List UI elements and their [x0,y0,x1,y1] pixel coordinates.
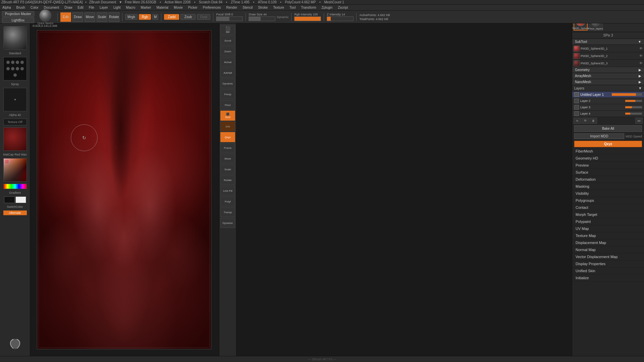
polyf-btn[interactable]: Polyf [220,196,235,206]
spray-brush-preview[interactable] [3,57,27,80]
layer-2-slider[interactable] [625,100,642,102]
displacement-map-item[interactable]: Displacement Map [572,239,644,246]
draw-size-slider[interactable] [249,16,275,21]
layer-delete-btn[interactable]: 🗑 [590,118,597,124]
rgb-button[interactable]: Rgb [139,14,151,20]
mrgb-button[interactable]: Mrgb [125,14,138,20]
menu-light[interactable]: Light [112,5,122,10]
normal-map-item[interactable]: Normal Map [572,246,644,253]
bake-all-button[interactable]: Bake All [574,125,642,132]
geometry-hd-item[interactable]: Geometry HD [572,155,644,162]
unified-skin-item[interactable]: Unified Skin [572,267,644,275]
texture-map-item[interactable]: Texture Map [572,232,644,239]
brush-icon-preview[interactable] [39,9,51,21]
geometry-header[interactable]: Geometry ▶ [572,67,644,73]
layer-item-4[interactable]: Layer 4 [572,111,644,117]
initialize-item[interactable]: Initialize [572,275,644,282]
zsub-button[interactable]: Zsub [180,14,196,20]
color-hue-slider[interactable] [3,184,27,189]
alternate-button[interactable]: Alternate [3,210,27,215]
morph-target-item[interactable]: Morph Target [572,211,644,218]
menu-transform[interactable]: Transform [300,5,317,10]
layer-active-row[interactable]: Untitled Layer 1 [572,92,644,98]
scul-btn[interactable]: ⬛ Scul [220,111,235,121]
dynamic2-btn[interactable]: Dynamic [220,218,235,228]
rotate-button[interactable]: Rotate [109,12,119,22]
surface-item[interactable]: Surface [572,169,644,176]
menu-zscript[interactable]: Zscript [337,5,349,10]
qxyz-btn[interactable]: Qxyz [220,132,235,142]
contact-item[interactable]: Contact [572,204,644,211]
scale-button[interactable]: Scale [97,12,107,22]
focal-shift-slider[interactable] [216,16,243,21]
layer-new-btn[interactable]: N [574,118,581,124]
deformation-item[interactable]: Deformation [572,176,644,183]
draw-button[interactable]: Draw [72,12,83,22]
menu-preferences[interactable]: Preferences [202,5,222,10]
brush-preview[interactable] [3,26,27,50]
vector-displacement-map-item[interactable]: Vector Displacement Map [572,253,644,260]
move-view-btn[interactable]: Move [220,154,235,164]
menu-alpha[interactable]: Alpha [1,5,12,10]
uv-map-item[interactable]: UV Map [572,225,644,232]
persp-btn[interactable]: Persp [220,89,235,99]
actual-btn[interactable]: Actual [220,57,235,67]
canvas-viewport[interactable]: ↻ [37,30,211,349]
layer-4-slider[interactable] [625,113,642,115]
visibility-item[interactable]: Visibility [572,190,644,197]
display-properties-item[interactable]: Display Properties [572,260,644,267]
import-mdd-button[interactable]: Import MDD [574,133,624,139]
menu-macro[interactable]: Macro [125,5,137,10]
menu-tool[interactable]: Tool [288,5,297,10]
menu-layer[interactable]: Layer [99,5,109,10]
menu-stencil[interactable]: Stencil [241,5,254,10]
xyz-button[interactable]: Qxyz [574,141,642,147]
layer-item-2[interactable]: Layer 2 [572,98,644,104]
subtool-item-3[interactable]: PM3D_Sphere3D_3 👁 [572,60,644,67]
subtool-header[interactable]: SubTool ▼ [572,39,644,45]
dust-button[interactable]: Dust [197,14,210,20]
subtool-item-1[interactable]: PM3D_Sphere3D_1 👁 [572,45,644,52]
menu-picker[interactable]: Picker [187,5,199,10]
edit-button[interactable]: Edit [60,12,71,22]
menu-file[interactable]: File [88,5,95,10]
menu-stroke[interactable]: Stroke [257,5,269,10]
material-preview[interactable] [3,127,27,151]
scale-view-btn[interactable]: Scale [220,164,235,174]
polygroups-item[interactable]: Polygroups [572,197,644,204]
move-button[interactable]: Move [85,12,95,22]
menu-edit[interactable]: Edit [77,5,85,10]
texture-off-btn[interactable]: Texture Off [3,119,27,125]
1m-btn[interactable]: 1/m [220,121,235,131]
layer-visibility-toggle[interactable] [574,92,579,97]
subtool-eye-1[interactable]: 👁 [639,47,643,50]
layer-item-3[interactable]: Layer 3 [572,104,644,111]
menu-movie[interactable]: Movie [173,5,184,10]
nanomesh-header[interactable]: NanoMesh ▶ [572,79,644,85]
layer-copy-btn[interactable]: ⧉ [582,118,589,124]
line-fill-btn[interactable]: Line Fill [220,186,235,196]
frame-btn[interactable]: Frame [220,143,235,153]
background-color-swatch[interactable] [15,196,26,203]
z-intensity-slider[interactable] [327,16,354,21]
menu-marker[interactable]: Marker [140,5,152,10]
menu-material[interactable]: Material [156,5,170,10]
subtool-eye-3[interactable]: 👁 [639,61,643,65]
foreground-color-swatch[interactable] [4,196,15,203]
arraymesh-header[interactable]: ArrayMesh ▶ [572,73,644,79]
zadd-button[interactable]: Zadd [164,14,179,20]
canvas-area[interactable]: ↻ [30,23,218,356]
transp-btn[interactable]: Transp [220,207,235,217]
masking-item[interactable]: Masking [572,183,644,190]
fibermesh-item[interactable]: FiberMesh [572,148,644,155]
scroll-btn[interactable]: Scroll [220,36,235,46]
projection-master-button[interactable]: Projection Master [2,11,34,17]
rotate-view-btn[interactable]: Rotate [220,175,235,185]
menu-render[interactable]: Render [225,5,238,10]
layer-intensity-slider[interactable] [612,93,642,96]
menu-draw[interactable]: Draw [63,5,73,10]
dynamic-view-btn[interactable]: Dynamic [220,78,235,88]
rgb-intensity-slider[interactable] [294,16,321,21]
layer-3-slider[interactable] [625,106,642,108]
subtool-item-2[interactable]: PM3D_Sphere3D_2 👁 [572,52,644,60]
